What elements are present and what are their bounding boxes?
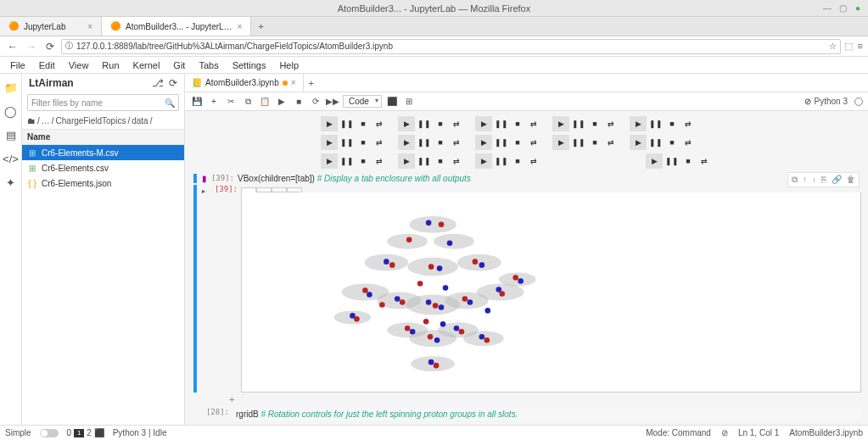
loop-button[interactable]: ⇄ xyxy=(527,154,540,168)
download-icon[interactable]: ⬚ xyxy=(844,41,853,52)
notification-icon[interactable]: ⊘ xyxy=(721,428,728,437)
pause-button[interactable]: ❚❚ xyxy=(417,154,431,168)
copy-button[interactable]: ⧉ xyxy=(241,95,255,109)
stop-button[interactable]: ■ xyxy=(665,136,679,149)
loop-button[interactable]: ⇄ xyxy=(372,154,386,168)
kernel-status[interactable]: Python 3 | Idle xyxy=(113,428,167,437)
stop-button[interactable]: ■ xyxy=(356,154,370,168)
add-cell-button[interactable]: + xyxy=(207,95,221,109)
play-button[interactable]: ▶ xyxy=(398,153,415,169)
menu-settings[interactable]: Settings xyxy=(226,58,273,72)
output-pane[interactable] xyxy=(241,192,861,393)
more-button[interactable]: ⊞ xyxy=(402,95,416,109)
loop-button[interactable]: ⇄ xyxy=(604,136,618,149)
play-button[interactable]: ▶ xyxy=(398,135,415,150)
folder-icon[interactable]: 🖿 xyxy=(27,116,36,125)
file-row[interactable]: { } Cr6-Elements.json xyxy=(22,175,184,191)
loop-button[interactable]: ⇄ xyxy=(372,136,386,149)
loop-button[interactable]: ⇄ xyxy=(527,117,540,131)
back-button[interactable]: ← xyxy=(5,39,20,54)
breadcrumb-segment[interactable]: data xyxy=(132,116,148,125)
git-branch-icon[interactable]: ⎇ xyxy=(152,77,164,89)
delete-icon[interactable]: 🗑 xyxy=(847,175,855,185)
notebook-tab[interactable]: 📒 AtomBuilder3.ipynb × xyxy=(185,74,304,92)
pause-button[interactable]: ❚❚ xyxy=(572,117,585,131)
code-line[interactable]: VBox(children=[tab]) # Display a tab enc… xyxy=(238,174,861,183)
browser-tab[interactable]: 🟠 AtomBuilder3... - JupyterL… × xyxy=(102,17,251,36)
play-button[interactable]: ▶ xyxy=(630,116,647,131)
git-icon[interactable]: ◯ xyxy=(4,104,18,118)
paste-button[interactable]: 📋 xyxy=(258,95,272,109)
play-button[interactable]: ▶ xyxy=(321,116,338,131)
site-info-icon[interactable]: ⓘ xyxy=(65,41,73,52)
insert-icon[interactable]: ⎘ xyxy=(821,175,826,185)
close-button[interactable]: ● xyxy=(853,3,863,14)
cut-button[interactable]: ✂ xyxy=(224,95,238,109)
link-icon[interactable]: 🔗 xyxy=(832,175,842,185)
up-icon[interactable]: ↑ xyxy=(803,175,807,185)
loop-button[interactable]: ⇄ xyxy=(372,117,386,131)
play-button[interactable]: ▶ xyxy=(552,116,569,131)
stop-button[interactable]: ■ xyxy=(588,136,602,149)
menu-view[interactable]: View xyxy=(62,58,96,72)
file-row[interactable]: ⊞ Cr6-Elements.csv xyxy=(22,160,184,175)
refresh-icon[interactable]: ⟳ xyxy=(169,77,177,89)
duplicate-icon[interactable]: ⧉ xyxy=(792,175,798,185)
pause-button[interactable]: ❚❚ xyxy=(495,154,508,168)
code-cell[interactable]: [28]: rgridB # Rotation controls for jus… xyxy=(193,408,861,421)
pause-button[interactable]: ❚❚ xyxy=(572,136,585,149)
menu-edit[interactable]: Edit xyxy=(32,58,62,72)
pause-button[interactable]: ❚❚ xyxy=(649,136,663,149)
stop-button[interactable]: ■ xyxy=(356,136,370,149)
loop-button[interactable]: ⇄ xyxy=(527,136,540,149)
file-row[interactable]: ⊞ Cr6-Elements-M.csv xyxy=(22,145,184,160)
play-button[interactable]: ▶ xyxy=(475,116,492,131)
stop-button[interactable]: ■ xyxy=(511,154,524,168)
restart-button[interactable]: ⟳ xyxy=(309,95,322,109)
loop-button[interactable]: ⇄ xyxy=(450,154,463,168)
stop-button[interactable]: ■ xyxy=(588,117,602,131)
stop-button[interactable]: ■ xyxy=(511,117,524,131)
play-button[interactable]: ▶ xyxy=(475,135,492,150)
minimize-button[interactable]: — xyxy=(822,3,832,14)
pause-button[interactable]: ❚❚ xyxy=(495,117,508,131)
code-icon[interactable]: </> xyxy=(4,152,18,165)
pause-button[interactable]: ❚❚ xyxy=(340,154,354,168)
add-cell-inline[interactable]: + xyxy=(229,394,861,404)
running-icon[interactable]: ▤ xyxy=(4,128,18,142)
stop-button[interactable]: ■ xyxy=(665,117,679,131)
git-button[interactable]: ⬛ xyxy=(385,95,399,109)
loop-button[interactable]: ⇄ xyxy=(604,117,618,131)
loop-button[interactable]: ⇄ xyxy=(681,117,695,131)
play-button[interactable]: ▶ xyxy=(630,135,647,150)
trusted-icon[interactable]: ⊘ xyxy=(804,97,811,106)
bookmark-icon[interactable]: ☆ xyxy=(829,42,837,51)
pause-button[interactable]: ❚❚ xyxy=(649,117,663,131)
forward-button[interactable]: → xyxy=(24,39,39,54)
loop-button[interactable]: ⇄ xyxy=(450,117,463,131)
restart-run-button[interactable]: ▶▶ xyxy=(326,95,339,109)
atom-visualization[interactable] xyxy=(242,192,860,392)
address-bar[interactable]: ⓘ 127.0.0.1:8889/lab/tree/GitHub%3ALtAir… xyxy=(61,39,841,54)
save-button[interactable]: 💾 xyxy=(190,95,204,109)
filter-input[interactable]: Filter files by name 🔍 xyxy=(27,94,179,111)
close-icon[interactable]: × xyxy=(291,78,296,87)
close-icon[interactable]: × xyxy=(87,22,92,31)
menu-file[interactable]: File xyxy=(3,58,32,72)
breadcrumb-segment[interactable]: ChargeFieldTopics xyxy=(56,116,126,125)
add-tab-button[interactable]: + xyxy=(304,74,319,92)
extension-icon[interactable]: ✦ xyxy=(4,175,18,189)
close-icon[interactable]: × xyxy=(238,22,243,31)
folder-icon[interactable]: 📁 xyxy=(4,81,18,94)
loop-button[interactable]: ⇄ xyxy=(697,154,711,168)
loop-button[interactable]: ⇄ xyxy=(450,136,463,149)
new-tab-button[interactable]: + xyxy=(251,17,270,36)
simple-toggle[interactable] xyxy=(40,429,59,437)
pause-button[interactable]: ❚❚ xyxy=(417,117,431,131)
run-button[interactable]: ▶ xyxy=(275,95,288,109)
menu-run[interactable]: Run xyxy=(95,58,126,72)
pause-button[interactable]: ❚❚ xyxy=(340,117,354,131)
cell-type-select[interactable]: Code xyxy=(343,95,382,108)
browser-tab[interactable]: 🟠 JupyterLab × xyxy=(0,17,102,36)
stop-button[interactable]: ■ xyxy=(356,117,370,131)
